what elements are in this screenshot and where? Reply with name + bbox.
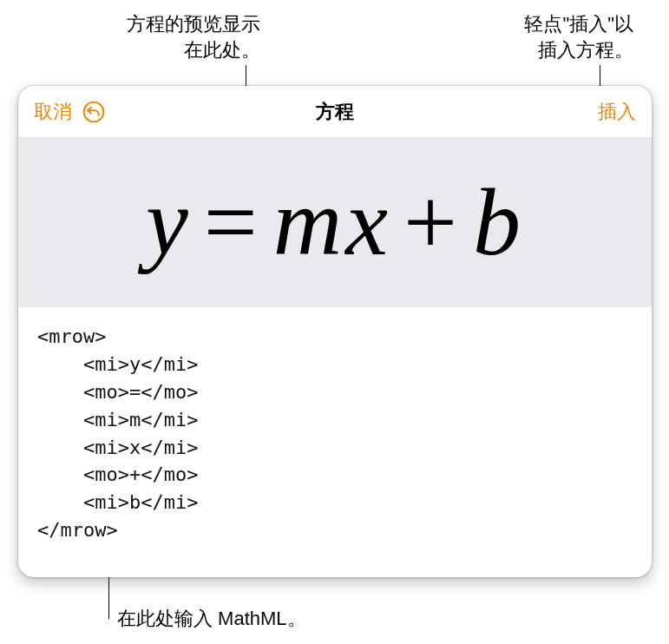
mathml-input[interactable]: <mrow> <mi>y</mi> <mo>=</mo> <mi>m</mi> … (18, 307, 652, 560)
undo-icon (82, 101, 105, 123)
modal-toolbar: 方程 取消 插入 (18, 86, 652, 138)
equation-preview: y = m x + b (18, 138, 652, 307)
insert-button[interactable]: 插入 (598, 99, 636, 125)
toolbar-left-group: 取消 (34, 99, 105, 125)
preview-op-plus: + (391, 168, 473, 278)
cancel-button[interactable]: 取消 (34, 99, 72, 125)
callout-insert: 轻点"插入"以插入方程。 (434, 11, 633, 62)
preview-var-y: y (146, 168, 192, 278)
undo-button[interactable] (82, 101, 105, 123)
preview-var-x: x (345, 168, 391, 278)
equation-editor-modal: 方程 取消 插入 y = m x + b <mrow> <mi>y</mi> <… (18, 86, 652, 577)
modal-title: 方程 (18, 99, 652, 125)
preview-var-b: b (473, 168, 524, 278)
callout-preview: 方程的预览显示在此处。 (61, 11, 260, 62)
preview-op-equals: = (192, 168, 273, 278)
callout-mathml: 在此处输入 MathML。 (117, 606, 551, 632)
svg-point-0 (84, 102, 104, 122)
preview-var-m: m (273, 168, 345, 278)
